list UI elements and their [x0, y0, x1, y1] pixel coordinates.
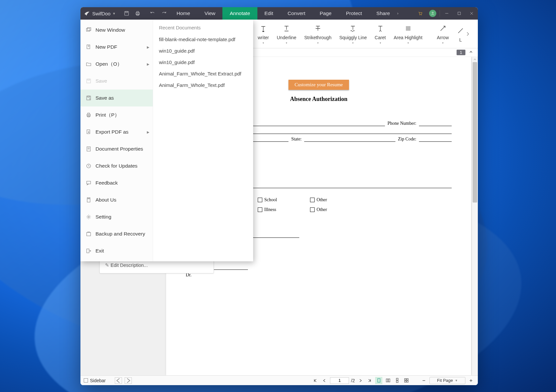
- tool-squiggly[interactable]: Squiggly Line▾: [335, 23, 371, 44]
- menu-annotate[interactable]: Annotate: [222, 7, 257, 20]
- svg-rect-30: [388, 379, 390, 382]
- svg-rect-35: [404, 381, 406, 382]
- checkbox-illness[interactable]: Illness: [258, 207, 310, 212]
- field-date-to[interactable]: [247, 233, 299, 238]
- save-icon[interactable]: [121, 7, 132, 20]
- recent-document[interactable]: fill-blank-medical-note-template.pdf: [158, 34, 249, 45]
- nav-forward-icon[interactable]: [125, 377, 132, 384]
- svg-rect-57: [87, 181, 91, 184]
- menubar: Home View Annotate Edit Convert Page Pro…: [169, 7, 398, 20]
- menu-home[interactable]: Home: [169, 7, 197, 20]
- recent-document[interactable]: win10_guide.pdf: [158, 45, 249, 57]
- undo-icon[interactable]: [147, 7, 158, 20]
- svg-rect-36: [407, 381, 408, 382]
- svg-rect-48: [88, 96, 90, 97]
- file-menu-open[interactable]: Open（O）▶: [80, 56, 153, 73]
- menu-convert[interactable]: Convert: [280, 7, 312, 20]
- sidebar-checkbox[interactable]: [84, 378, 88, 383]
- ribbon-next-icon[interactable]: [464, 32, 471, 36]
- file-menu-newpdf[interactable]: New PDF▶: [80, 39, 153, 56]
- minimize-icon[interactable]: [441, 7, 453, 20]
- svg-rect-34: [407, 379, 408, 380]
- maximize-icon[interactable]: [453, 7, 465, 20]
- close-icon[interactable]: [465, 7, 478, 20]
- tool-arrow[interactable]: Arrow▾: [433, 23, 453, 44]
- view-grid-icon[interactable]: [403, 377, 410, 384]
- file-menu-about[interactable]: About Us: [80, 191, 153, 208]
- svg-rect-29: [386, 379, 388, 382]
- file-menu-print[interactable]: Print（P）: [80, 106, 153, 123]
- tool-caret[interactable]: Caret▾: [371, 23, 390, 44]
- app-window: SwifDoo ▼ Home View Annotate Edit Conver…: [80, 7, 478, 385]
- tool-area-highlight[interactable]: Area Highlight▾: [390, 23, 426, 44]
- svg-rect-9: [458, 12, 460, 15]
- tool-underline[interactable]: Underline▾: [273, 23, 300, 44]
- app-menu-arrow-icon[interactable]: ▼: [113, 12, 116, 15]
- svg-point-6: [421, 15, 422, 15]
- next-page-icon[interactable]: [357, 377, 364, 384]
- field-zip[interactable]: [419, 137, 452, 142]
- label-zip: Zip Code:: [398, 137, 416, 142]
- print-icon[interactable]: [132, 7, 143, 20]
- file-menu-update[interactable]: Check for Updates: [80, 157, 153, 174]
- recent-document[interactable]: Animal_Farm_Whole_Text Extract.pdf: [158, 68, 249, 79]
- scroll-thumb[interactable]: [473, 62, 477, 203]
- tool-line[interactable]: L: [453, 25, 464, 42]
- file-menu-props[interactable]: Document Properties: [80, 140, 153, 157]
- cart-icon[interactable]: [414, 7, 426, 20]
- svg-rect-0: [125, 11, 129, 15]
- file-menu-saveas[interactable]: Save as: [80, 90, 153, 106]
- field-state[interactable]: [304, 137, 395, 142]
- page-input[interactable]: [330, 377, 349, 384]
- recent-document[interactable]: Animal_Farm_Whole_Text.pdf: [158, 79, 249, 91]
- svg-point-5: [420, 15, 420, 15]
- prev-page-icon[interactable]: [321, 377, 328, 384]
- field-phone[interactable]: [419, 122, 452, 126]
- last-page-icon[interactable]: [366, 377, 373, 384]
- checkbox-other-due[interactable]: Other: [310, 207, 362, 212]
- file-menu-feedback[interactable]: Feedback: [80, 174, 153, 191]
- view-facing-icon[interactable]: [384, 377, 391, 384]
- nav-back-icon[interactable]: [115, 377, 122, 384]
- edit-description-link[interactable]: Edit Description...: [105, 262, 208, 269]
- label-phone: Phone Number:: [388, 121, 416, 126]
- svg-line-26: [441, 26, 445, 31]
- zoom-out-icon[interactable]: [420, 377, 427, 384]
- file-menu-save: Save: [80, 73, 153, 90]
- view-continuous-icon[interactable]: [393, 377, 401, 384]
- svg-rect-25: [406, 26, 410, 31]
- svg-rect-2: [136, 13, 140, 15]
- menubar-overflow-icon[interactable]: ›: [397, 11, 398, 16]
- svg-rect-31: [396, 378, 398, 380]
- tool-strikethrough[interactable]: Strikethrough▾: [300, 23, 335, 44]
- file-menu-backup[interactable]: Backup and Recovery: [80, 225, 153, 242]
- user-avatar[interactable]: [426, 7, 439, 20]
- file-menu-export[interactable]: Export PDF as▶: [80, 123, 153, 140]
- recent-document[interactable]: win10_guide.pdf: [158, 57, 249, 68]
- collapse-panel-icon[interactable]: [469, 50, 473, 56]
- file-menu-exit[interactable]: Exit: [80, 242, 153, 259]
- menu-view[interactable]: View: [197, 7, 222, 20]
- svg-rect-42: [87, 45, 90, 49]
- checkbox-other-from[interactable]: Other: [310, 197, 362, 203]
- svg-rect-46: [88, 79, 90, 80]
- file-menu-newwin[interactable]: New Window: [80, 22, 153, 39]
- tool-typewriter[interactable]: writer▾: [254, 23, 273, 44]
- menu-share[interactable]: Share: [369, 7, 397, 20]
- view-single-icon[interactable]: [375, 377, 382, 384]
- menu-edit[interactable]: Edit: [257, 7, 281, 20]
- customize-resume-button[interactable]: Customize your Resume: [288, 80, 349, 90]
- first-page-icon[interactable]: [312, 377, 319, 384]
- zoom-select[interactable]: Fit Page▼: [429, 377, 465, 384]
- menu-page[interactable]: Page: [313, 7, 339, 20]
- redo-icon[interactable]: [158, 7, 169, 20]
- vertical-scrollbar[interactable]: [472, 57, 478, 375]
- page-total: /2: [351, 378, 355, 383]
- checkbox-school[interactable]: School: [258, 197, 310, 203]
- zoom-in-icon[interactable]: [467, 377, 475, 384]
- file-menu-setting[interactable]: Setting: [80, 208, 153, 225]
- svg-point-7: [432, 12, 433, 13]
- svg-rect-45: [87, 79, 91, 83]
- menu-protect[interactable]: Protect: [339, 7, 369, 20]
- svg-line-27: [458, 28, 463, 33]
